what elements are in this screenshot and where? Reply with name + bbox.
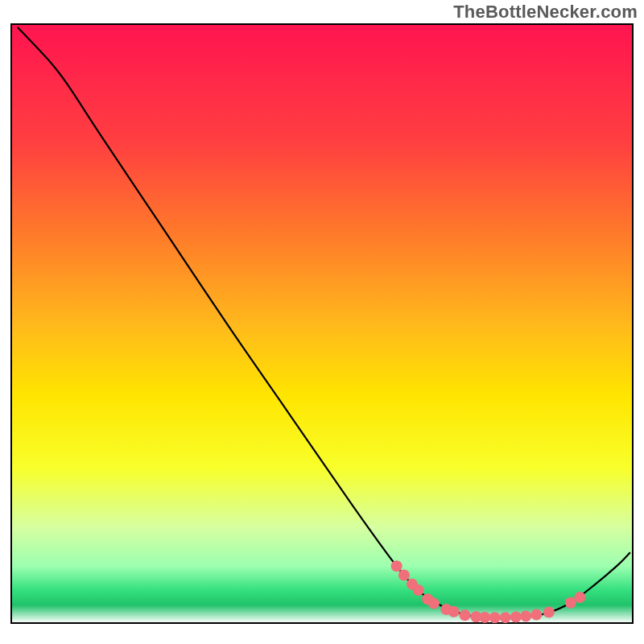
chart-svg bbox=[0, 0, 644, 644]
marker-dot bbox=[428, 597, 440, 609]
marker-dot bbox=[448, 606, 460, 617]
chart-stage: TheBottleNecker.com bbox=[0, 0, 644, 644]
marker-dot bbox=[530, 609, 542, 621]
gradient-background bbox=[11, 24, 633, 623]
marker-dot bbox=[574, 592, 585, 603]
marker-dot bbox=[398, 569, 410, 580]
marker-dot bbox=[479, 612, 490, 623]
marker-dot bbox=[510, 612, 522, 623]
marker-dot bbox=[500, 612, 511, 623]
marker-dot bbox=[460, 609, 471, 621]
marker-dot bbox=[520, 610, 531, 621]
marker-dot bbox=[413, 584, 424, 596]
marker-dot bbox=[543, 607, 555, 618]
marker-dot bbox=[391, 560, 402, 572]
marker-dot bbox=[489, 612, 501, 623]
